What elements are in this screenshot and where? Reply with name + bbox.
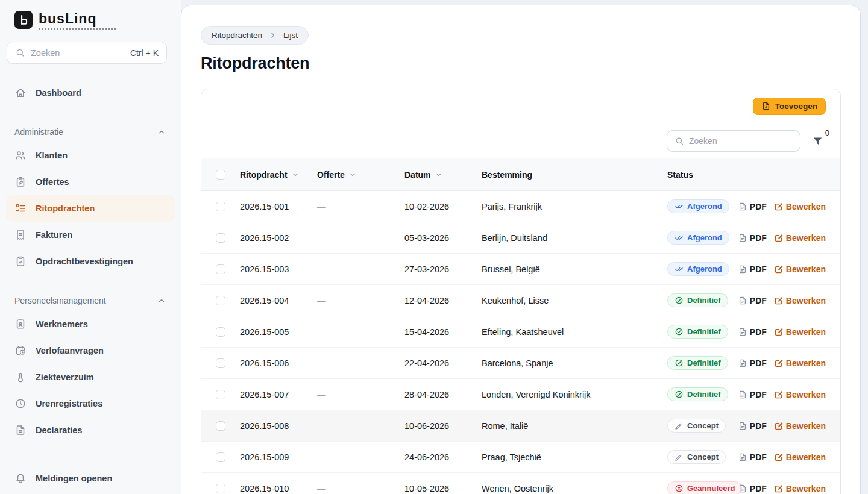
cell-offerte: — bbox=[317, 390, 404, 399]
sidebar-item-label: Ziekteverzuim bbox=[36, 372, 94, 382]
pdf-button[interactable]: PDF bbox=[738, 358, 767, 368]
cell-ritopdracht: 2026.15-008 bbox=[240, 421, 317, 431]
bewerken-button[interactable]: Bewerken bbox=[774, 421, 826, 431]
table-search[interactable] bbox=[667, 130, 800, 152]
circle-check-icon bbox=[675, 296, 684, 305]
column-header-bestemming[interactable]: Bestemming bbox=[482, 170, 667, 180]
table-row: 2026.15-002—05-03-2026Berlijn, Duitsland… bbox=[201, 222, 840, 254]
bewerken-button[interactable]: Bewerken bbox=[774, 296, 826, 305]
pdf-button[interactable]: PDF bbox=[738, 202, 767, 211]
sidebar-item-opdrachtbevestigingen[interactable]: Opdrachtbevestigingen bbox=[6, 248, 175, 275]
sidebar-item-klanten[interactable]: Klanten bbox=[6, 142, 175, 169]
pdf-button[interactable]: PDF bbox=[738, 390, 767, 399]
toevoegen-button[interactable]: Toevoegen bbox=[753, 98, 826, 115]
sidebar-item-werknemers[interactable]: Werknemers bbox=[6, 311, 175, 337]
sidebar-item-ritopdrachten[interactable]: Ritopdrachten bbox=[6, 195, 175, 222]
row-checkbox[interactable] bbox=[216, 484, 225, 493]
pencil-icon bbox=[675, 452, 684, 461]
row-checkbox[interactable] bbox=[216, 202, 225, 211]
cell-ritopdracht: 2026.15-007 bbox=[240, 390, 317, 399]
clock-icon bbox=[14, 398, 27, 410]
sidebar-item-ziekteverzuim[interactable]: Ziekteverzuim bbox=[6, 364, 175, 390]
sidebar-item-fakturen[interactable]: Fakturen bbox=[6, 222, 175, 248]
row-checkbox[interactable] bbox=[216, 327, 225, 337]
cell-offerte: — bbox=[317, 484, 404, 493]
sidebar-item-declaraties[interactable]: Declaraties bbox=[6, 417, 175, 443]
breadcrumb[interactable]: Ritopdrachten Lijst bbox=[201, 26, 309, 45]
status-badge: Definitief bbox=[667, 387, 728, 401]
brand-logo[interactable]: busLinq bbox=[0, 10, 181, 30]
cell-actions: PDFBewerken bbox=[747, 452, 826, 462]
bewerken-button[interactable]: Bewerken bbox=[774, 452, 826, 462]
pdf-button[interactable]: PDF bbox=[738, 296, 767, 305]
bewerken-button[interactable]: Bewerken bbox=[774, 264, 826, 274]
sidebar-search[interactable]: Ctrl + K bbox=[7, 42, 167, 64]
row-checkbox[interactable] bbox=[216, 233, 225, 243]
main-card: Ritopdrachten Lijst Ritopdrachten Toevoe… bbox=[181, 5, 861, 494]
sidebar-search-input[interactable] bbox=[31, 48, 125, 58]
sidebar-item-dashboard[interactable]: Dashboard bbox=[6, 80, 175, 106]
column-header-status[interactable]: Status bbox=[667, 170, 747, 180]
breadcrumb-item[interactable]: Ritopdrachten bbox=[212, 31, 262, 40]
search-shortcut: Ctrl + K bbox=[130, 48, 159, 58]
table-row: 2026.15-009—24-06-2026Praag, TsjechiëCon… bbox=[201, 442, 840, 473]
breadcrumb-item[interactable]: Lijst bbox=[283, 31, 298, 40]
row-checkbox[interactable] bbox=[216, 421, 225, 431]
pdf-button[interactable]: PDF bbox=[738, 233, 767, 243]
sidebar-item-label: Urenregistraties bbox=[36, 399, 102, 408]
column-header-datum[interactable]: Datum bbox=[404, 170, 482, 180]
sidebar-section-personeelsmanagement[interactable]: Personeelsmanagement bbox=[8, 296, 172, 305]
pdf-button[interactable]: PDF bbox=[738, 421, 767, 431]
filter-button[interactable]: 0 bbox=[812, 136, 823, 147]
pencil-square-icon bbox=[774, 264, 784, 274]
ritopdrachten-panel: Toevoegen 0 Ritopdrac bbox=[201, 89, 841, 494]
buslinq-logo-icon bbox=[14, 11, 33, 29]
bewerken-button[interactable]: Bewerken bbox=[774, 327, 826, 337]
sidebar-item-label: Fakturen bbox=[36, 230, 72, 240]
row-checkbox[interactable] bbox=[216, 358, 225, 368]
pdf-button[interactable]: PDF bbox=[738, 484, 767, 493]
search-icon bbox=[15, 48, 25, 58]
table-header-row: RitopdrachtOfferteDatumBestemmingStatus bbox=[201, 158, 840, 191]
sidebar-item-offertes[interactable]: Offertes bbox=[6, 169, 175, 195]
pdf-button[interactable]: PDF bbox=[738, 327, 767, 337]
double-check-icon bbox=[675, 264, 684, 274]
row-checkbox[interactable] bbox=[216, 264, 225, 274]
cell-datum: 10-02-2026 bbox=[404, 202, 482, 211]
row-checkbox[interactable] bbox=[216, 296, 225, 305]
cell-ritopdracht: 2026.15-010 bbox=[240, 484, 317, 493]
select-all-checkbox[interactable] bbox=[216, 170, 225, 180]
cell-datum: 10-06-2026 bbox=[404, 421, 482, 431]
sidebar-item-urenregistraties[interactable]: Urenregistraties bbox=[6, 390, 175, 417]
file-icon bbox=[738, 452, 747, 462]
cell-status: Definitief bbox=[667, 356, 747, 370]
status-label: Concept bbox=[687, 452, 719, 461]
row-checkbox[interactable] bbox=[216, 390, 225, 399]
home-icon bbox=[14, 87, 27, 99]
row-checkbox[interactable] bbox=[216, 452, 225, 462]
pencil-icon bbox=[675, 421, 684, 430]
pdf-button[interactable]: PDF bbox=[738, 264, 767, 274]
bewerken-button[interactable]: Bewerken bbox=[774, 358, 826, 368]
cell-offerte: — bbox=[317, 202, 404, 211]
sidebar-item-label: Dashboard bbox=[36, 88, 81, 98]
pencil-square-icon bbox=[774, 202, 784, 211]
bewerken-button[interactable]: Bewerken bbox=[774, 202, 826, 211]
table-row: 2026.15-001—10-02-2026Parijs, FrankrijkA… bbox=[201, 191, 840, 222]
sidebar-item-label: Opdrachtbevestigingen bbox=[36, 257, 133, 266]
pdf-button[interactable]: PDF bbox=[738, 452, 767, 462]
sidebar-item-meldingen-openen[interactable]: Meldingen openen bbox=[0, 464, 181, 493]
filter-funnel-icon bbox=[812, 136, 823, 147]
bewerken-button[interactable]: Bewerken bbox=[774, 233, 826, 243]
bewerken-button[interactable]: Bewerken bbox=[774, 484, 826, 493]
table-search-input[interactable] bbox=[689, 136, 793, 146]
column-header-offerte[interactable]: Offerte bbox=[317, 170, 404, 180]
sidebar-item-verlofaanvragen[interactable]: Verlofaanvragen bbox=[6, 337, 175, 364]
cell-offerte: — bbox=[317, 452, 404, 462]
column-header-ritopdracht[interactable]: Ritopdracht bbox=[240, 170, 317, 180]
cell-ritopdracht: 2026.15-003 bbox=[240, 264, 317, 274]
bewerken-button[interactable]: Bewerken bbox=[774, 390, 826, 399]
sidebar-section-administratie[interactable]: Administratie bbox=[8, 127, 172, 137]
pdf-label: PDF bbox=[750, 484, 767, 493]
column-header-label: Offerte bbox=[317, 170, 345, 180]
